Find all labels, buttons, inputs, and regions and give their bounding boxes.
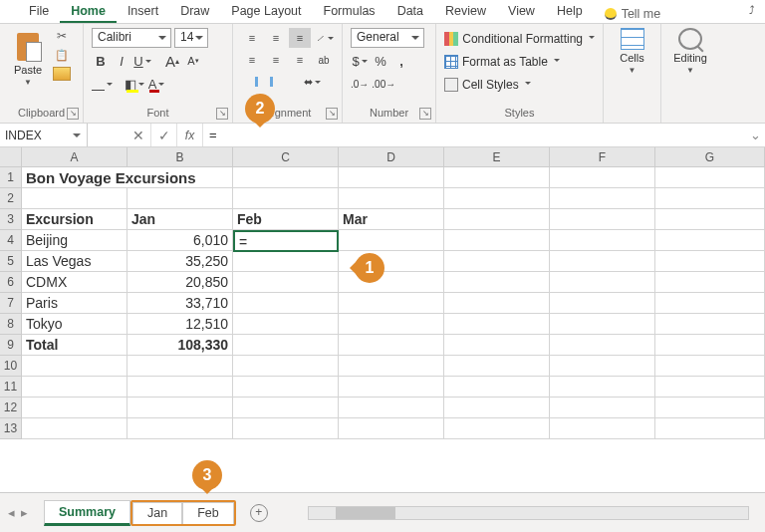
font-name-dropdown[interactable]: Calibri [92, 28, 171, 48]
align-center-button[interactable]: ≡ [265, 50, 287, 70]
wrap-text-button[interactable]: ab [313, 50, 335, 70]
cell-G4[interactable] [655, 230, 765, 251]
cell-G7[interactable] [655, 293, 765, 314]
cell-F7[interactable] [550, 293, 655, 314]
number-format-dropdown[interactable]: General [351, 28, 424, 48]
conditional-formatting-button[interactable]: Conditional Formatting [444, 28, 595, 50]
worksheet-grid[interactable]: ABCDEFG12345678910111213Bon Voyage Excur… [0, 147, 765, 167]
cell-G6[interactable] [655, 272, 765, 293]
cell-B7-content[interactable]: 33,710 [128, 293, 233, 314]
cells-button[interactable]: Cells [620, 52, 643, 64]
cell-A3-content[interactable]: Excursion [22, 209, 128, 230]
accounting-format-button[interactable]: $ [351, 51, 369, 71]
paste-button[interactable]: Paste ▼ [8, 28, 48, 105]
cut-button[interactable] [52, 28, 72, 44]
ribbon-tab-home[interactable]: Home [60, 0, 117, 23]
cell-D7[interactable] [339, 293, 444, 314]
cell-E3[interactable] [444, 209, 550, 230]
cell-F4[interactable] [550, 230, 655, 251]
row-header-12[interactable]: 12 [0, 398, 22, 418]
clipboard-dialog-launcher[interactable]: ↘ [67, 108, 79, 120]
cell-E8[interactable] [444, 314, 550, 335]
row-header-6[interactable]: 6 [0, 272, 22, 293]
ribbon-tab-formulas[interactable]: Formulas [313, 0, 386, 23]
cell-E1[interactable] [444, 167, 550, 188]
sheet-nav-prev[interactable]: ◂ [8, 505, 15, 520]
cell-D3-content[interactable]: Mar [339, 209, 444, 230]
font-dialog-launcher[interactable]: ↘ [216, 108, 228, 120]
cell-G1[interactable] [655, 167, 765, 188]
underline-button[interactable]: U [133, 51, 151, 71]
editing-button[interactable]: Editing [673, 52, 707, 64]
cell-B13[interactable] [128, 418, 233, 439]
cell-G5[interactable] [655, 251, 765, 272]
cell-G2[interactable] [655, 188, 765, 209]
cell-G13[interactable] [655, 418, 765, 439]
cell-E12[interactable] [444, 398, 550, 418]
cell-B9-content[interactable]: 108,330 [128, 335, 233, 356]
sheet-tab-summary[interactable]: Summary [44, 500, 130, 526]
col-header-D[interactable]: D [339, 147, 444, 166]
orientation-button[interactable]: ⟋ [313, 28, 335, 48]
cell-A11[interactable] [22, 377, 128, 398]
insert-function-button[interactable]: fx [177, 124, 203, 146]
row-header-7[interactable]: 7 [0, 293, 22, 314]
cell-G8[interactable] [655, 314, 765, 335]
cell-A13[interactable] [22, 418, 128, 439]
fill-color-button[interactable]: ◧ [125, 74, 144, 94]
ribbon-tab-file[interactable]: File [18, 0, 60, 23]
cell-styles-button[interactable]: Cell Styles [444, 74, 595, 96]
row-header-9[interactable]: 9 [0, 335, 22, 356]
col-header-F[interactable]: F [550, 147, 655, 166]
cell-F12[interactable] [550, 398, 655, 418]
row-header-10[interactable]: 10 [0, 356, 22, 377]
cell-F5[interactable] [550, 251, 655, 272]
cell-C9[interactable] [233, 335, 339, 356]
merge-center-button[interactable]: ⬌ [289, 72, 335, 92]
ribbon-tab-data[interactable]: Data [386, 0, 434, 23]
cell-E6[interactable] [444, 272, 550, 293]
cell-E13[interactable] [444, 418, 550, 439]
font-size-dropdown[interactable]: 14 [174, 28, 208, 48]
format-painter-button[interactable] [52, 66, 72, 82]
grow-font-button[interactable]: A▴ [163, 51, 181, 71]
cell-E7[interactable] [444, 293, 550, 314]
cell-A6-content[interactable]: CDMX [22, 272, 128, 293]
cell-C1[interactable] [233, 167, 339, 188]
shrink-font-button[interactable]: A▾ [184, 51, 202, 71]
copy-button[interactable] [52, 47, 72, 63]
expand-formula-bar[interactable]: ⌄ [745, 124, 765, 146]
cell-F1[interactable] [550, 167, 655, 188]
cell-A9-content[interactable]: Total [22, 335, 128, 356]
cell-E9[interactable] [444, 335, 550, 356]
cell-A5-content[interactable]: Las Vegas [22, 251, 128, 272]
cell-G10[interactable] [655, 356, 765, 377]
ribbon-tab-insert[interactable]: Insert [117, 0, 169, 23]
cell-E11[interactable] [444, 377, 550, 398]
cell-C7[interactable] [233, 293, 339, 314]
comma-format-button[interactable]: , [392, 51, 410, 71]
tell-me-search[interactable]: Tell me [594, 0, 672, 23]
cell-D12[interactable] [339, 398, 444, 418]
cell-B12[interactable] [128, 398, 233, 418]
cell-D4[interactable] [339, 230, 444, 251]
align-right-button[interactable]: ≡ [289, 50, 311, 70]
cell-G11[interactable] [655, 377, 765, 398]
cell-G3[interactable] [655, 209, 765, 230]
ribbon-tab-help[interactable]: Help [546, 0, 594, 23]
alignment-dialog-launcher[interactable]: ↘ [326, 108, 338, 120]
increase-decimal-button[interactable]: .0→ [351, 74, 369, 94]
cell-A2[interactable] [22, 188, 128, 209]
cell-F8[interactable] [550, 314, 655, 335]
italic-button[interactable]: I [113, 51, 130, 71]
row-header-11[interactable]: 11 [0, 377, 22, 398]
font-color-button[interactable]: A [147, 74, 165, 94]
cell-C10[interactable] [233, 356, 339, 377]
cell-B2[interactable] [128, 188, 233, 209]
cell-G12[interactable] [655, 398, 765, 418]
sheet-tab-jan[interactable]: Jan [132, 502, 182, 524]
horizontal-scrollbar[interactable] [308, 506, 749, 520]
cell-C4-content[interactable]: = [233, 230, 339, 252]
cell-C5[interactable] [233, 251, 339, 272]
share-button[interactable]: ⤴ [739, 0, 765, 23]
